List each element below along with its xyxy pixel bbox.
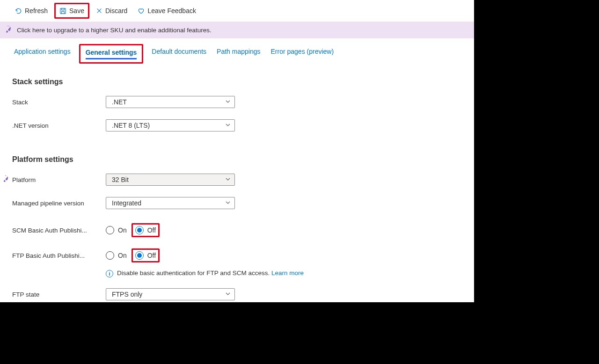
section-platform-settings: Platform settings (12, 155, 462, 164)
tab-general-settings[interactable]: General settings (84, 48, 139, 59)
tab-default-documents[interactable]: Default documents (150, 44, 208, 64)
refresh-button[interactable]: Refresh (11, 4, 51, 17)
chevron-down-icon (225, 122, 231, 129)
refresh-icon (15, 7, 22, 15)
config-panel: Refresh Save Discard Leave Feedback Clic… (0, 0, 474, 302)
label-ftp-state: FTP state (12, 291, 106, 298)
chevron-down-icon (225, 199, 231, 207)
upgrade-banner[interactable]: Click here to upgrade to a higher SKU an… (0, 22, 474, 38)
select-ftp-state[interactable]: FTPS only (106, 288, 235, 300)
svg-rect-0 (60, 8, 66, 13)
save-button[interactable]: Save (54, 3, 89, 19)
radio-icon (106, 226, 114, 234)
heart-icon (138, 7, 145, 15)
info-icon: i (106, 270, 113, 277)
label-scm-auth: SCM Basic Auth Publishi... (12, 227, 106, 234)
content: Stack settings Stack .NET .NET version .… (0, 64, 474, 302)
feedback-button[interactable]: Leave Feedback (134, 4, 200, 17)
radio-ftp-off-highlight: Off (131, 248, 160, 262)
tab-error-pages[interactable]: Error pages (preview) (269, 44, 336, 64)
radio-scm-off-highlight: Off (131, 223, 160, 237)
save-icon (59, 7, 66, 15)
radio-icon (135, 226, 144, 234)
learn-more-link[interactable]: Learn more (271, 269, 304, 277)
label-pipeline: Managed pipeline version (12, 200, 106, 207)
tab-application-settings[interactable]: Application settings (12, 44, 73, 64)
label-net-version: .NET version (12, 122, 106, 129)
toolbar: Refresh Save Discard Leave Feedback (0, 0, 474, 22)
radio-icon (106, 251, 114, 260)
info-basic-auth: i Disable basic authentication for FTP a… (106, 269, 462, 277)
chevron-down-icon (225, 176, 231, 183)
close-icon (96, 7, 102, 14)
radio-ftp-on[interactable]: On (106, 251, 127, 260)
tabs: Application settings General settings De… (0, 38, 474, 64)
radio-ftp-off[interactable]: Off (135, 251, 156, 260)
label-platform: Platform (12, 176, 106, 183)
tab-path-mappings[interactable]: Path mappings (215, 44, 262, 64)
radio-scm-off[interactable]: Off (135, 226, 156, 234)
chevron-down-icon (225, 98, 231, 106)
chevron-down-icon (225, 291, 231, 298)
select-stack[interactable]: .NET (106, 96, 235, 108)
select-platform[interactable]: 32 Bit (106, 174, 235, 186)
select-net-version[interactable]: .NET 8 (LTS) (106, 119, 235, 131)
rocket-icon (1, 175, 10, 184)
tab-general-settings-highlight: General settings (79, 44, 144, 64)
section-stack-settings: Stack settings (12, 78, 462, 86)
select-pipeline[interactable]: Integrated (106, 197, 235, 209)
label-ftp-auth: FTP Basic Auth Publishi... (12, 252, 106, 259)
rocket-icon (4, 25, 13, 35)
discard-button[interactable]: Discard (92, 4, 131, 17)
upgrade-banner-text: Click here to upgrade to a higher SKU an… (17, 27, 212, 34)
radio-icon (135, 251, 144, 260)
radio-scm-on[interactable]: On (106, 226, 127, 234)
label-stack: Stack (12, 99, 106, 106)
